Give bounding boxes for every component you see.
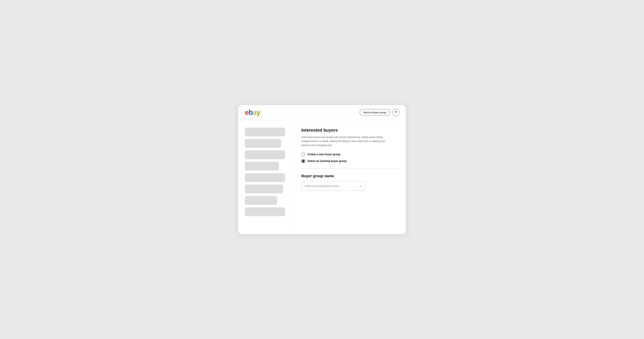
ebay-logo: e b a y <box>245 109 260 116</box>
browser-frame: e b a y Back to Buyer group ? Interested… <box>238 105 406 234</box>
logo-y: y <box>256 109 260 116</box>
section-divider-line <box>301 168 399 168</box>
chevron-down-icon: ⌄ <box>359 184 362 188</box>
logo-b: b <box>248 109 253 116</box>
radio-option-select-existing[interactable]: Select an existing buyer group <box>301 159 399 163</box>
sidebar-skeleton-6 <box>245 184 283 193</box>
logo-e: e <box>245 109 248 116</box>
form-section: Interested buyers Interested buyers are … <box>301 126 399 229</box>
radio-circle-select-existing[interactable] <box>301 159 305 163</box>
sidebar-skeleton-2 <box>245 139 281 148</box>
main-content: Interested buyers Interested buyers are … <box>238 120 406 234</box>
radio-option-create-new[interactable]: Create a new buyer group <box>301 152 399 156</box>
radio-label-create-new: Create a new buyer group <box>308 153 340 156</box>
section-description: Interested buyers are people who shown i… <box>301 135 388 147</box>
sidebar-skeleton-8 <box>245 208 285 216</box>
sidebar-skeleton-1 <box>245 128 285 136</box>
section-title: Interested buyers <box>301 128 399 133</box>
sidebar-skeleton-3 <box>245 150 285 159</box>
header-actions: Back to Buyer group ? <box>360 109 399 116</box>
help-button[interactable]: ? <box>392 109 399 116</box>
buyer-group-name-section: Buyer group name Select an existing buye… <box>301 174 399 190</box>
sidebar <box>245 126 285 229</box>
dropdown-placeholder: Select an existing buyer group <box>305 184 339 187</box>
radio-label-select-existing: Select an existing buyer group <box>308 160 346 163</box>
radio-circle-create-new[interactable] <box>301 152 305 156</box>
logo-a: a <box>253 109 256 116</box>
back-to-buyer-group-button[interactable]: Back to Buyer group <box>360 109 390 116</box>
radio-group: Create a new buyer group Select an exist… <box>301 152 399 163</box>
buyer-group-field-label: Buyer group name <box>301 174 399 178</box>
sidebar-skeleton-5 <box>245 173 285 182</box>
sidebar-skeleton-4 <box>245 162 279 170</box>
sidebar-skeleton-7 <box>245 196 277 205</box>
buyer-group-dropdown[interactable]: Select an existing buyer group ⌄ <box>301 181 365 190</box>
header: e b a y Back to Buyer group ? <box>238 105 406 120</box>
